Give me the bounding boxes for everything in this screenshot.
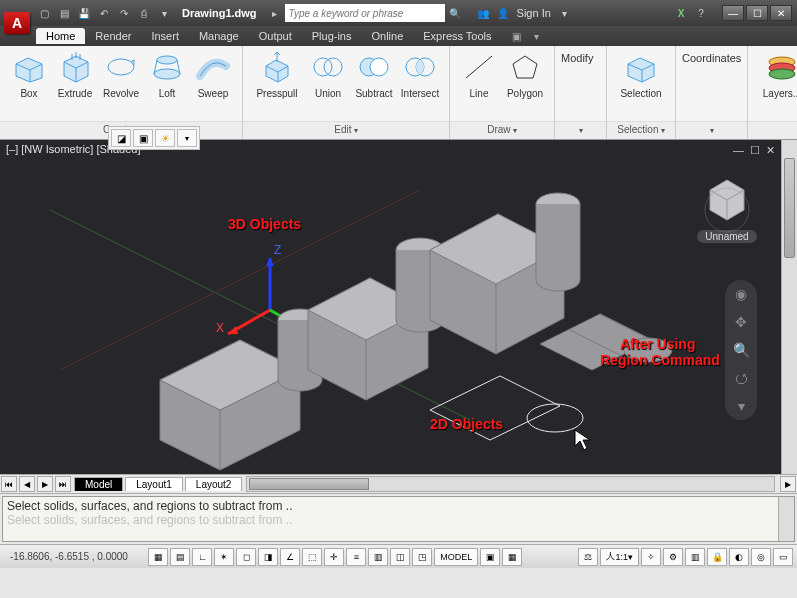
nav-wheel-icon[interactable]: ◉ [730,283,752,305]
qat-dropdown-icon[interactable]: ▾ [155,4,173,22]
ribbon-min-icon[interactable]: ▣ [508,27,526,45]
tab-insert[interactable]: Insert [141,28,189,44]
sb-dyn-icon[interactable]: ✛ [324,548,344,566]
sb-hardware-icon[interactable]: ◐ [729,548,749,566]
loft-button[interactable]: Loft [144,50,190,117]
sb-lock-icon[interactable]: 🔒 [707,548,727,566]
tab-manage[interactable]: Manage [189,28,249,44]
sb-ducs-icon[interactable]: ⬚ [302,548,322,566]
panel-draw-title[interactable]: Draw [450,121,554,139]
viewport[interactable]: [–] [NW Isometric] [Shaded] — ☐ ✕ Z X Y [0,140,781,474]
palette-icon-1[interactable]: ◪ [111,129,131,147]
user-icon[interactable]: 👤 [494,4,512,22]
search-go-icon[interactable]: 🔍 [446,4,464,22]
sb-tpy-icon[interactable]: ▥ [368,548,388,566]
qat-save-icon[interactable]: 💾 [75,4,93,22]
layout-tab-1[interactable]: Layout1 [125,477,183,491]
tab-plugins[interactable]: Plug-ins [302,28,362,44]
palette-close-icon[interactable]: ▾ [177,129,197,147]
ribbon-more-icon[interactable]: ▾ [528,27,546,45]
nav-more-icon[interactable]: ▾ [730,395,752,417]
sb-model-toggle[interactable]: MODEL [434,548,478,566]
tab-online[interactable]: Online [361,28,413,44]
layout-last-icon[interactable]: ⏭ [55,476,71,492]
layout-prev-icon[interactable]: ◀ [19,476,35,492]
h-scroll-thumb[interactable] [249,478,369,490]
nav-orbit-icon[interactable]: ⭯ [730,367,752,389]
signin-link[interactable]: Sign In [517,7,551,19]
subtract-button[interactable]: Subtract [351,50,397,117]
status-coords[interactable]: -16.8606, -6.6515 , 0.0000 [4,551,134,562]
tab-express[interactable]: Express Tools [413,28,501,44]
layout-tab-model[interactable]: Model [74,477,123,491]
panel-layers-title[interactable] [748,121,797,139]
nav-pan-icon[interactable]: ✥ [730,311,752,333]
sb-qp-icon[interactable]: ◫ [390,548,410,566]
panel-coords-title[interactable] [676,121,747,139]
tab-output[interactable]: Output [249,28,302,44]
sb-annovis-icon[interactable]: ✧ [641,548,661,566]
sb-ws-icon[interactable]: ⚙ [663,548,683,566]
sb-osnap-icon[interactable]: ◻ [236,548,256,566]
union-button[interactable]: Union [305,50,351,117]
command-scrollbar[interactable] [778,497,794,541]
qat-open-icon[interactable]: ▤ [55,4,73,22]
qat-redo-icon[interactable]: ↷ [115,4,133,22]
nav-zoom-icon[interactable]: 🔍 [730,339,752,361]
revolve-button[interactable]: Revolve [98,50,144,117]
qat-undo-icon[interactable]: ↶ [95,4,113,22]
panel-edit-title[interactable]: Edit [243,121,449,139]
vp-close-icon[interactable]: ✕ [766,144,775,157]
sb-isolate-icon[interactable]: ◎ [751,548,771,566]
search-input[interactable] [285,4,445,22]
palette-icon-2[interactable]: ▣ [133,129,153,147]
exchange-icon[interactable]: X [672,4,690,22]
sb-lwt-icon[interactable]: ≡ [346,548,366,566]
sb-polar-icon[interactable]: ✶ [214,548,234,566]
box-button[interactable]: Box [6,50,52,117]
panel-modify-title[interactable] [555,121,606,139]
tab-render[interactable]: Render [85,28,141,44]
horizontal-scrollbar[interactable] [246,476,775,492]
qat-print-icon[interactable]: ⎙ [135,4,153,22]
sb-snap-icon[interactable]: ▦ [148,548,168,566]
viewcube[interactable]: Unnamed [697,170,757,243]
sb-otrack-icon[interactable]: ∠ [280,548,300,566]
viewcube-label[interactable]: Unnamed [697,230,757,243]
sb-scale[interactable]: 人 1:1▾ [600,548,639,566]
tab-home[interactable]: Home [36,28,85,44]
qat-new-icon[interactable]: ▢ [35,4,53,22]
maximize-button[interactable]: ☐ [746,5,768,21]
sb-clean-icon[interactable]: ▭ [773,548,793,566]
sb-3dosnap-icon[interactable]: ◨ [258,548,278,566]
search-chevron-icon[interactable]: ▸ [266,4,284,22]
sb-annoscale-icon[interactable]: ⚖ [578,548,598,566]
signin-dropdown-icon[interactable]: ▾ [556,4,574,22]
minimize-button[interactable]: — [722,5,744,21]
floating-palette[interactable]: ◪ ▣ ☀ ▾ [108,126,200,150]
sb-grid2-icon[interactable]: ▦ [502,548,522,566]
layout-first-icon[interactable]: ⏮ [1,476,17,492]
people-icon[interactable]: 👥 [474,4,492,22]
app-logo[interactable]: A [4,12,30,34]
command-line[interactable]: Select solids, surfaces, and regions to … [2,496,795,542]
intersect-button[interactable]: Intersect [397,50,443,117]
hscroll-right-icon[interactable]: ▶ [780,476,796,492]
layout-tab-2[interactable]: Layout2 [185,477,243,491]
layers-button[interactable]: Layers... [754,50,797,117]
layout-next-icon[interactable]: ▶ [37,476,53,492]
help-icon[interactable]: ? [692,4,710,22]
polygon-button[interactable]: Polygon [502,50,548,117]
sb-sc-icon[interactable]: ◳ [412,548,432,566]
v-scroll-thumb[interactable] [784,158,795,258]
palette-icon-3[interactable]: ☀ [155,129,175,147]
extrude-button[interactable]: Extrude [52,50,98,117]
vertical-scrollbar[interactable] [781,140,797,474]
sb-layout-icon[interactable]: ▣ [480,548,500,566]
line-button[interactable]: Line [456,50,502,117]
close-button[interactable]: ✕ [770,5,792,21]
sweep-button[interactable]: Sweep [190,50,236,117]
sb-toolbar-icon[interactable]: ▥ [685,548,705,566]
panel-selection-title[interactable]: Selection [607,121,675,139]
sb-grid-icon[interactable]: ▤ [170,548,190,566]
